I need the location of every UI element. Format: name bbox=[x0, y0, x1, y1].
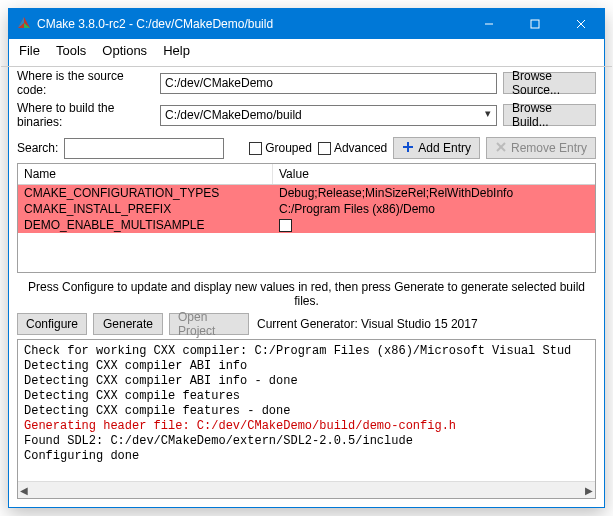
output-log[interactable]: Check for working CXX compiler: C:/Progr… bbox=[17, 339, 596, 499]
app-logo-icon bbox=[17, 16, 31, 33]
log-line: Detecting CXX compile features - done bbox=[24, 404, 589, 419]
x-icon bbox=[495, 141, 507, 156]
checkbox-icon bbox=[249, 142, 262, 155]
titlebar[interactable]: CMake 3.8.0-rc2 - C:/dev/CMakeDemo/build bbox=[9, 9, 604, 39]
source-input[interactable] bbox=[160, 73, 497, 94]
log-line: Found SDL2: C:/dev/CMakeDemo/extern/SDL2… bbox=[24, 434, 589, 449]
browse-source-button[interactable]: Browse Source... bbox=[503, 72, 596, 94]
cell-name: CMAKE_CONFIGURATION_TYPES bbox=[18, 185, 273, 201]
scroll-left-icon[interactable]: ◀ bbox=[20, 485, 28, 496]
scroll-right-icon[interactable]: ▶ bbox=[585, 485, 593, 496]
maximize-button[interactable] bbox=[512, 9, 558, 39]
col-value[interactable]: Value bbox=[273, 164, 595, 184]
window-title: CMake 3.8.0-rc2 - C:/dev/CMakeDemo/build bbox=[37, 17, 466, 31]
checkbox-icon bbox=[318, 142, 331, 155]
menu-bar: File Tools Options Help bbox=[9, 39, 604, 64]
menu-help[interactable]: Help bbox=[163, 43, 190, 58]
add-entry-button[interactable]: Add Entry bbox=[393, 137, 480, 159]
cell-value[interactable]: Debug;Release;MinSizeRel;RelWithDebInfo bbox=[273, 185, 595, 201]
generator-label: Current Generator: Visual Studio 15 2017 bbox=[255, 317, 478, 331]
build-input[interactable] bbox=[160, 105, 497, 126]
minimize-button[interactable] bbox=[466, 9, 512, 39]
log-line: Configuring done bbox=[24, 449, 589, 464]
generate-button[interactable]: Generate bbox=[93, 313, 163, 335]
source-label: Where is the source code: bbox=[17, 69, 154, 97]
col-name[interactable]: Name bbox=[18, 164, 273, 184]
menu-tools[interactable]: Tools bbox=[56, 43, 86, 58]
log-line: Generating header file: C:/dev/CMakeDemo… bbox=[24, 419, 589, 434]
grouped-checkbox[interactable]: Grouped bbox=[249, 141, 312, 155]
menu-options[interactable]: Options bbox=[102, 43, 147, 58]
horizontal-scrollbar[interactable]: ◀ ▶ bbox=[18, 481, 595, 498]
log-line: Detecting CXX compile features bbox=[24, 389, 589, 404]
table-header: Name Value bbox=[18, 164, 595, 185]
open-project-button[interactable]: Open Project bbox=[169, 313, 249, 335]
cell-value[interactable]: C:/Program Files (x86)/Demo bbox=[273, 201, 595, 217]
search-input[interactable] bbox=[64, 138, 224, 159]
table-row[interactable]: CMAKE_INSTALL_PREFIXC:/Program Files (x8… bbox=[18, 201, 595, 217]
log-line: Check for working CXX compiler: C:/Progr… bbox=[24, 344, 589, 359]
advanced-checkbox[interactable]: Advanced bbox=[318, 141, 387, 155]
log-line: Detecting CXX compiler ABI info bbox=[24, 359, 589, 374]
configure-button[interactable]: Configure bbox=[17, 313, 87, 335]
plus-icon bbox=[402, 141, 414, 156]
table-row[interactable]: DEMO_ENABLE_MULTISAMPLE bbox=[18, 217, 595, 233]
build-label: Where to build the binaries: bbox=[17, 101, 154, 129]
cell-name: DEMO_ENABLE_MULTISAMPLE bbox=[18, 217, 273, 233]
cell-name: CMAKE_INSTALL_PREFIX bbox=[18, 201, 273, 217]
remove-entry-button[interactable]: Remove Entry bbox=[486, 137, 596, 159]
search-label: Search: bbox=[17, 141, 58, 155]
cell-value[interactable] bbox=[273, 217, 595, 233]
close-button[interactable] bbox=[558, 9, 604, 39]
table-row[interactable]: CMAKE_CONFIGURATION_TYPESDebug;Release;M… bbox=[18, 185, 595, 201]
log-line: Detecting CXX compiler ABI info - done bbox=[24, 374, 589, 389]
window-frame: CMake 3.8.0-rc2 - C:/dev/CMakeDemo/build… bbox=[8, 8, 605, 508]
hint-text: Press Configure to update and display ne… bbox=[17, 277, 596, 309]
browse-build-button[interactable]: Browse Build... bbox=[503, 104, 596, 126]
cache-table[interactable]: Name Value CMAKE_CONFIGURATION_TYPESDebu… bbox=[17, 163, 596, 273]
checkbox-icon[interactable] bbox=[279, 219, 292, 232]
svg-rect-4 bbox=[531, 20, 539, 28]
menu-file[interactable]: File bbox=[19, 43, 40, 58]
